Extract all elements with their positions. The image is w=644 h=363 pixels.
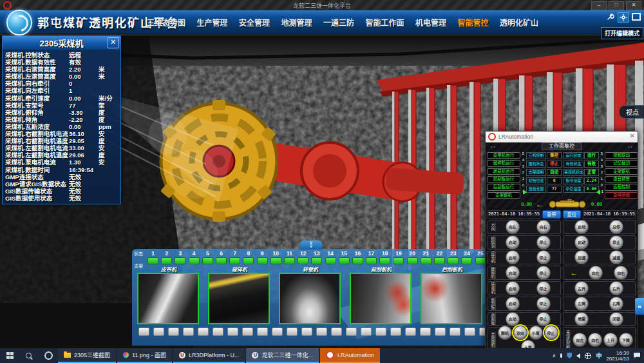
round-control-button[interactable]: 右降 (609, 297, 623, 311)
round-control-button[interactable]: 向左 (573, 333, 587, 347)
round-control-button[interactable]: 停止 (609, 235, 623, 250)
open-edit-mode-button[interactable]: 打开编辑模式 (601, 27, 643, 39)
maximize-button[interactable]: □ (609, 1, 624, 10)
round-control-button[interactable]: 右升 (609, 281, 623, 295)
camera-thumbnail[interactable] (208, 273, 270, 324)
device-run-button[interactable]: 后刮板运行 (487, 184, 520, 190)
camera-item[interactable]: 转载机 (279, 266, 342, 324)
support-status-cell[interactable] (228, 257, 242, 264)
round-control-button[interactable]: 减速 (609, 250, 623, 264)
taskbar-item[interactable]: U龙软二三维一体化... (246, 348, 319, 363)
function-button[interactable]: 语音预警 (605, 176, 638, 182)
support-status-cell[interactable] (296, 257, 310, 264)
support-status-cell[interactable] (337, 257, 351, 264)
round-control-button[interactable]: 小弯 (529, 326, 543, 340)
wrench-icon[interactable] (605, 12, 616, 21)
round-control-button[interactable]: 总停 (609, 220, 623, 234)
support-status-cell[interactable] (173, 257, 187, 264)
tray-chevron-icon[interactable]: ∧ (553, 353, 556, 358)
start-button[interactable] (0, 348, 19, 363)
round-control-button[interactable]: 启动 (506, 281, 520, 295)
support-status-cell[interactable] (310, 257, 323, 264)
round-control-button[interactable]: 启动 (506, 266, 520, 280)
panel-close-icon[interactable]: ✕ (108, 37, 118, 48)
function-button[interactable]: 支架跟机 (605, 168, 638, 175)
round-control-button[interactable]: 向右 (536, 220, 551, 234)
network-globe-icon[interactable] (585, 353, 591, 359)
round-control-button[interactable]: 启动 (574, 235, 589, 250)
support-status-cell[interactable] (146, 257, 160, 264)
support-status-cell[interactable] (460, 257, 473, 264)
round-control-button[interactable]: 双向 (513, 326, 527, 340)
support-status-cell[interactable] (160, 257, 173, 264)
nav-item-智能工作面[interactable]: 智能工作面 (365, 17, 404, 28)
chevron-down-icon[interactable]: ∨∨ (300, 240, 322, 250)
close-button[interactable]: ✕ (626, 1, 641, 10)
camera-thumbnail[interactable] (421, 273, 482, 324)
round-control-button[interactable]: 停止 (544, 326, 558, 340)
round-control-button[interactable]: 左降 (574, 297, 589, 311)
round-control-button[interactable]: 左升 (574, 281, 589, 295)
support-status-cell[interactable] (242, 257, 255, 264)
cortana-icon[interactable] (39, 348, 58, 363)
lrautomation-close-icon[interactable]: ✕ (630, 132, 635, 139)
round-control-button[interactable]: 向右 (614, 266, 628, 280)
viewpoint-tab[interactable]: 视点 (619, 105, 644, 119)
round-control-button[interactable]: 闭锁 (609, 312, 623, 326)
camera-thumbnail[interactable] (279, 273, 341, 324)
taskbar-item[interactable]: 2305三维截图 (58, 348, 116, 363)
round-control-button[interactable]: 停止 (536, 235, 551, 250)
function-button[interactable]: 急停闭锁 (605, 192, 638, 199)
notification-icon[interactable] (634, 353, 640, 358)
camera-item[interactable]: 前刮板机 (350, 266, 413, 324)
round-control-button[interactable]: 启动 (506, 297, 520, 311)
camera-item[interactable]: 破碎机 (208, 266, 271, 324)
device-run-button[interactable]: 前刮板运行 (487, 176, 520, 182)
estop-button[interactable]: 急停 (542, 210, 560, 219)
round-control-button[interactable]: 启动 (506, 250, 520, 264)
support-status-cell[interactable] (406, 257, 419, 264)
round-control-button[interactable]: 启动 (506, 235, 520, 250)
device-run-button[interactable]: 转载机运行 (487, 168, 520, 175)
camera-item[interactable]: 皮带机 (137, 266, 200, 324)
support-status-cell[interactable] (269, 257, 283, 264)
search-icon[interactable] (19, 348, 39, 363)
clock[interactable]: 16:39 2021/4/10 (606, 350, 629, 362)
round-control-button[interactable]: 停止 (536, 297, 551, 311)
round-control-button[interactable]: 跟机 (498, 326, 512, 340)
support-status-cell[interactable] (378, 257, 392, 264)
round-control-button[interactable]: 停止 (536, 281, 551, 295)
taskbar-item[interactable]: ULR3DPlatform - U... (173, 348, 245, 363)
ime-indicator[interactable]: 中 (596, 351, 601, 360)
shield-icon[interactable] (567, 353, 572, 358)
round-control-button[interactable]: 停止 (536, 250, 551, 264)
support-status-cell[interactable] (283, 257, 296, 264)
round-control-button[interactable]: 向左 (506, 220, 520, 234)
support-status-cell[interactable] (187, 257, 201, 264)
camera-thumbnail[interactable] (137, 273, 199, 324)
fullscreen-icon[interactable] (631, 12, 641, 21)
function-button[interactable]: 记忆截割 (605, 160, 638, 166)
support-status-cell[interactable] (419, 257, 433, 264)
reset-button[interactable]: 复位 (563, 210, 581, 219)
minimize-button[interactable]: – (591, 1, 607, 10)
support-status-cell[interactable] (446, 257, 460, 264)
taskbar-item[interactable]: 11.png - 画图 (117, 348, 172, 363)
nav-item-机电管理[interactable]: 机电管理 (415, 17, 446, 28)
round-control-button[interactable]: 向左 (589, 266, 603, 280)
nav-item-智能管控[interactable]: 智能管控 (457, 17, 488, 28)
round-control-button[interactable]: 停止 (536, 266, 551, 280)
nav-item-安全管理[interactable]: 安全管理 (239, 17, 270, 28)
camera-item[interactable]: 后刮板机 (421, 266, 484, 324)
support-status-cell[interactable] (433, 257, 446, 264)
round-control-button[interactable]: 停止 (536, 312, 551, 326)
device-run-button[interactable]: 皮带机运行 (487, 152, 520, 159)
round-control-button[interactable]: 下降 (619, 333, 633, 347)
speaker-icon[interactable] (576, 353, 580, 358)
microphone-icon[interactable] (560, 353, 562, 358)
round-control-button[interactable]: 向右 (588, 333, 602, 347)
camera-thumbnail[interactable] (350, 273, 412, 324)
nav-item-透明化矿山[interactable]: 透明化矿山 (500, 17, 538, 28)
collapse-panel-chevron[interactable]: « (635, 298, 644, 315)
taskbar-item[interactable]: LRAutomation (320, 348, 380, 363)
